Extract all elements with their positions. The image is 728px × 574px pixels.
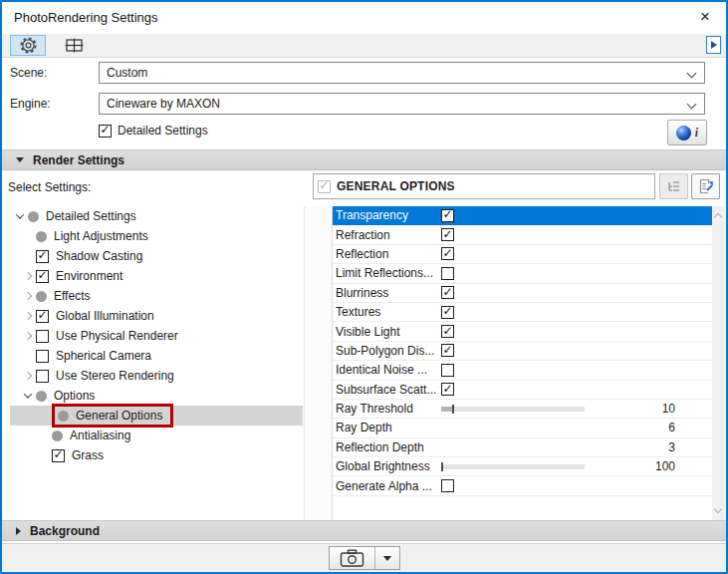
tree-item-use-physical-renderer[interactable]: Use Physical Renderer (10, 326, 303, 346)
option-slider[interactable] (441, 407, 585, 412)
engine-info-button[interactable]: i (667, 120, 707, 145)
tree-item-use-stereo-rendering[interactable]: Use Stereo Rendering (10, 366, 303, 386)
tree-item-checkbox[interactable] (36, 270, 49, 283)
option-checkbox[interactable] (441, 344, 454, 357)
expander-box (20, 373, 36, 379)
tree-item-grass[interactable]: Grass (10, 445, 303, 465)
option-checkbox[interactable] (441, 286, 454, 299)
option-label: Textures (336, 305, 441, 319)
tree-item-options[interactable]: Options (10, 386, 303, 406)
status-dot-icon (58, 411, 69, 422)
tree-scrollbar[interactable] (304, 206, 332, 520)
option-row-identical-noise[interactable]: Identical Noise ... (333, 361, 712, 380)
option-row-limit-reflections[interactable]: Limit Reflections... (333, 264, 712, 283)
detailed-settings-checkbox[interactable] (99, 125, 112, 138)
option-checkbox[interactable] (441, 267, 454, 280)
close-button[interactable]: × (688, 2, 722, 34)
option-slider[interactable] (441, 464, 585, 469)
option-value: 10 (601, 402, 712, 416)
option-row-sub-polygon-dis[interactable]: Sub-Polygon Dis... (333, 342, 712, 361)
tree-item-antialiasing[interactable]: Antialiasing (10, 426, 303, 445)
option-label: Visible Light (336, 325, 441, 339)
expand-panel-button[interactable] (706, 36, 721, 54)
tree-item-checkbox[interactable] (36, 350, 49, 363)
option-row-blurriness[interactable]: Blurriness (333, 284, 712, 303)
background-section-label: Background (30, 524, 100, 538)
tree-item-general-options[interactable]: General Options (10, 406, 303, 426)
tree-item-checkbox[interactable] (36, 370, 49, 383)
tree-item-checkbox[interactable] (36, 330, 49, 343)
render-button[interactable] (330, 547, 374, 569)
tree-item-spherical-camera[interactable]: Spherical Camera (10, 346, 303, 366)
option-row-reflection[interactable]: Reflection (333, 245, 712, 264)
general-options-group-header[interactable]: GENERAL OPTIONS (313, 173, 655, 199)
tree-item-environment[interactable]: Environment (10, 266, 303, 286)
option-label: Generate Alpha ... (336, 479, 441, 493)
option-control (441, 267, 601, 280)
option-checkbox[interactable] (441, 209, 454, 222)
slider-thumb[interactable] (452, 405, 454, 414)
option-checkbox[interactable] (441, 479, 454, 492)
tree-item-checkbox[interactable] (36, 310, 49, 323)
settings-tab-button[interactable] (10, 35, 46, 56)
tree-item-checkbox[interactable] (52, 449, 65, 462)
tree-item-effects[interactable]: Effects (10, 286, 303, 306)
expander-box (20, 293, 36, 299)
chevron-down-icon[interactable] (16, 210, 24, 218)
detailed-settings-row: Detailed Settings (99, 124, 208, 138)
render-options-dropdown[interactable] (374, 547, 399, 569)
option-checkbox[interactable] (441, 306, 454, 319)
scene-select[interactable]: Custom (99, 62, 705, 84)
engine-select[interactable]: Cineware by MAXON (99, 93, 705, 115)
open-settings-button[interactable] (691, 173, 720, 199)
option-row-global-brightness[interactable]: Global Brightness100 (333, 457, 712, 476)
option-control (441, 464, 601, 469)
chevron-right-icon[interactable] (24, 312, 32, 320)
scroll-up-icon[interactable] (714, 213, 722, 221)
scroll-down-icon[interactable] (714, 505, 722, 513)
list-scrollbar[interactable] (712, 206, 725, 520)
option-label: Global Brightness (336, 459, 441, 473)
tree-item-light-adjustments[interactable]: Light Adjustments (10, 226, 303, 246)
option-row-transparency[interactable]: Transparency (333, 206, 712, 225)
tree-item-content: Light Adjustments (36, 226, 148, 246)
tree-item-content: Options (36, 386, 95, 406)
general-options-rows: TransparencyRefractionReflectionLimit Re… (333, 206, 712, 496)
tree-item-detailed-settings[interactable]: Detailed Settings (10, 206, 303, 226)
option-checkbox[interactable] (441, 364, 454, 377)
tree-item-label: Use Stereo Rendering (56, 369, 174, 383)
option-row-ray-depth[interactable]: Ray Depth6 (333, 419, 712, 437)
option-label: Identical Noise ... (336, 363, 441, 377)
option-checkbox[interactable] (441, 247, 454, 260)
option-checkbox[interactable] (441, 228, 454, 241)
play-icon (711, 41, 717, 49)
chevron-right-icon[interactable] (24, 372, 32, 380)
layout-tab-button[interactable] (56, 35, 92, 56)
option-row-reflection-depth[interactable]: Reflection Depth3 (333, 438, 712, 457)
tree-item-content: Use Physical Renderer (36, 326, 178, 346)
option-checkbox[interactable] (441, 383, 454, 396)
chevron-right-icon[interactable] (24, 292, 32, 300)
option-row-refraction[interactable]: Refraction (333, 225, 712, 244)
option-checkbox[interactable] (441, 325, 454, 338)
tree-item-checkbox[interactable] (36, 250, 49, 263)
background-section-header[interactable]: Background (2, 520, 726, 541)
option-row-visible-light[interactable]: Visible Light (333, 322, 712, 341)
option-row-subsurface-scatt[interactable]: Subsurface Scatt... (333, 381, 712, 400)
option-label: Subsurface Scatt... (336, 383, 441, 397)
option-value: 6 (601, 421, 712, 434)
chevron-down-icon[interactable] (24, 390, 32, 398)
render-settings-panel: Select Settings: GENERAL OPTIONS D (2, 170, 726, 520)
chevron-right-icon[interactable] (24, 272, 32, 280)
tree-item-global-illumination[interactable]: Global Illumination (10, 306, 303, 326)
tree-item-content: Shadow Casting (36, 246, 142, 266)
tree-view-button[interactable] (659, 173, 688, 199)
tree-item-shadow-casting[interactable]: Shadow Casting (10, 246, 303, 266)
render-settings-section-header[interactable]: Render Settings (2, 149, 726, 170)
option-value: 100 (601, 459, 712, 473)
option-row-textures[interactable]: Textures (333, 303, 712, 322)
chevron-right-icon[interactable] (24, 332, 32, 340)
slider-thumb[interactable] (441, 462, 443, 471)
option-row-ray-threshold[interactable]: Ray Threshold10 (333, 400, 712, 419)
option-row-generate-alpha[interactable]: Generate Alpha ... (333, 476, 712, 495)
